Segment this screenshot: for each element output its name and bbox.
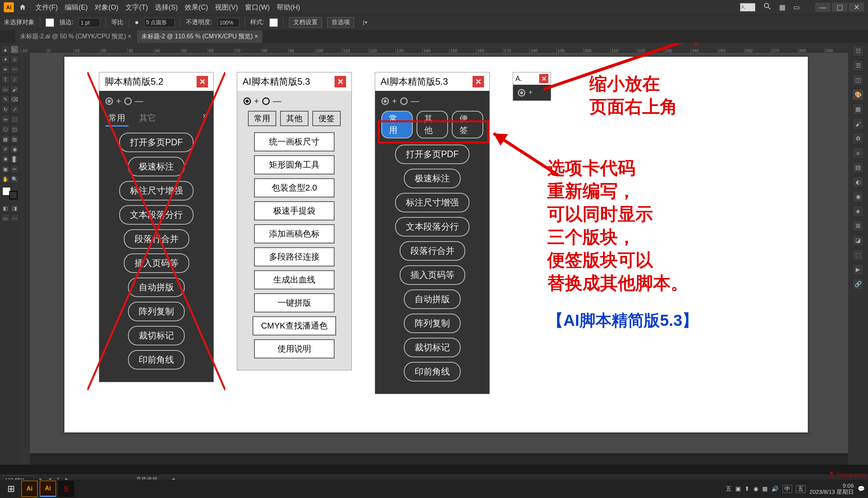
close-icon[interactable]: × [254, 33, 258, 39]
top-mini-panel[interactable]: A. [740, 3, 755, 12]
paintbrush-tool[interactable]: 🖌 [10, 85, 19, 94]
preferences-button[interactable]: 首选项 [327, 17, 354, 28]
curvature-tool[interactable]: 〰 [10, 65, 19, 74]
btn-multi-path[interactable]: 多段路径连接 [254, 247, 335, 266]
properties-panel-icon[interactable]: ☷ [852, 45, 864, 57]
slice-tool[interactable]: ✂ [10, 165, 19, 173]
btn-corner-lines[interactable]: 印前角线 [404, 362, 461, 381]
artboard-tool[interactable]: ▣ [1, 165, 10, 173]
scale-tool[interactable]: ⤢ [10, 105, 19, 113]
radio-unchecked-icon[interactable] [124, 97, 132, 105]
color-mode[interactable]: ◧ [1, 204, 10, 212]
layers-panel-icon[interactable]: ☰ [852, 60, 864, 71]
menu-object[interactable]: 对象(O) [95, 3, 118, 12]
lasso-tool[interactable]: ⊂ [10, 55, 19, 64]
btn-color-bar[interactable]: 添加画稿色标 [254, 224, 335, 243]
gradient-tool[interactable]: ▤ [10, 135, 19, 143]
btn-one-click-impose[interactable]: 一键拼版 [254, 293, 335, 312]
swatches-panel-icon[interactable]: ▦ [852, 104, 864, 115]
chevron-right-icon[interactable]: » [203, 111, 207, 127]
perspective-tool[interactable]: ◫ [10, 125, 19, 133]
btn-crop-marks[interactable]: 裁切标记 [128, 326, 185, 345]
taskbar-illustrator-1[interactable]: Ai [21, 481, 38, 497]
btn-bleed-line[interactable]: 生成出血线 [254, 270, 335, 289]
btn-usage[interactable]: 使用说明 [254, 339, 335, 358]
width-tool[interactable]: ⇔ [1, 115, 10, 123]
transform-panel-icon[interactable]: ⬚ [852, 249, 864, 261]
radio-unchecked-icon[interactable] [400, 97, 408, 105]
btn-round-rect[interactable]: 矩形圆角工具 [254, 155, 335, 174]
start-button[interactable]: ⊞ [3, 481, 19, 497]
menu-view[interactable]: 视图(V) [215, 3, 238, 12]
appearance-panel-icon[interactable]: ◉ [852, 191, 864, 202]
libraries-panel-icon[interactable]: ◫ [852, 74, 864, 86]
doc-setup-button[interactable]: 文档设置 [289, 17, 322, 28]
stroke-panel-icon[interactable]: ≡ [852, 147, 864, 159]
style-swatch[interactable] [269, 18, 278, 27]
close-button[interactable]: ✕ [335, 76, 346, 87]
actions-panel-icon[interactable]: ▶ [852, 264, 864, 275]
gradient-panel-icon[interactable]: ▤ [852, 162, 864, 173]
tab-common[interactable]: 常用 [105, 111, 128, 127]
line-tool[interactable]: / [10, 75, 19, 84]
close-button[interactable]: ✕ [197, 76, 208, 87]
doc-tab-0[interactable]: 未标题-2.ai @ 50 % (CMYK/CPU 预览) × [15, 30, 136, 43]
taskbar-app-3[interactable]: S [58, 481, 74, 497]
menu-select[interactable]: 选择(S) [155, 3, 178, 12]
btn-text-split[interactable]: 文本段落分行 [395, 217, 469, 237]
graphic-styles-panel-icon[interactable]: ◈ [852, 205, 864, 217]
symbols-panel-icon[interactable]: ✿ [852, 133, 864, 144]
menu-type[interactable]: 文字(T) [125, 3, 148, 12]
btn-fast-annotate[interactable]: 极速标注 [404, 169, 461, 188]
btn-open-pdf[interactable]: 打开多页PDF [119, 133, 194, 152]
shape-builder-tool[interactable]: ⬡ [1, 125, 10, 133]
brush-input[interactable] [144, 18, 175, 27]
btn-cmyk-pantone[interactable]: CMYK查找潘通色 [253, 316, 336, 335]
uniform-label[interactable]: 等比 [111, 18, 123, 26]
tab-notes[interactable]: 便签 [312, 111, 341, 126]
radio-checked-icon[interactable] [105, 97, 113, 105]
brushes-panel-icon[interactable]: 🖌 [852, 118, 864, 130]
btn-page-number[interactable]: 插入页码等 [400, 265, 465, 285]
blend-tool[interactable]: ◉ [10, 145, 19, 153]
radio-checked-icon[interactable] [518, 89, 525, 97]
close-button[interactable]: ✕ [473, 76, 484, 87]
pathfinder-panel-icon[interactable]: ◪ [852, 235, 864, 246]
menu-effect[interactable]: 效果(C) [185, 3, 208, 12]
home-icon[interactable] [18, 2, 28, 12]
symbol-sprayer-tool[interactable]: ✱ [1, 155, 10, 163]
fill-stroke-swatch[interactable] [2, 187, 18, 199]
btn-corner-lines[interactable]: 印前角线 [128, 350, 185, 370]
rotate-tool[interactable]: ↻ [1, 105, 10, 113]
graph-tool[interactable]: ▊ [10, 155, 19, 163]
workspace-switcher-icon[interactable]: ▭ [793, 3, 800, 12]
tray-volume-icon[interactable]: 🔊 [771, 485, 779, 492]
menu-file[interactable]: 文件(F) [35, 3, 58, 12]
magic-wand-tool[interactable]: ✦ [1, 55, 10, 64]
tray-icon[interactable]: ◉ [753, 485, 758, 492]
btn-para-merge[interactable]: 段落行合并 [124, 229, 189, 249]
btn-box-template[interactable]: 包装盒型2.0 [254, 178, 335, 197]
stroke-weight-input[interactable] [79, 18, 100, 27]
btn-auto-impose[interactable]: 自动拼版 [404, 289, 461, 309]
color-panel-icon[interactable]: 🎨 [852, 89, 864, 100]
btn-page-number[interactable]: 插入页码等 [124, 253, 189, 273]
eyedropper-tool[interactable]: ✐ [1, 145, 10, 153]
btn-auto-impose[interactable]: 自动拼版 [128, 278, 185, 297]
tray-icon[interactable]: ▦ [762, 485, 768, 492]
btn-dim-enhance[interactable]: 标注尺寸增强 [119, 181, 194, 201]
radio-unchecked-icon[interactable] [262, 97, 270, 105]
menu-edit[interactable]: 编辑(E) [65, 3, 88, 12]
fill-swatch[interactable] [46, 18, 54, 27]
btn-dim-enhance[interactable]: 标注尺寸增强 [395, 193, 469, 212]
align-panel-icon[interactable]: ⊞ [852, 220, 864, 232]
btn-array-copy[interactable]: 阵列复制 [404, 314, 461, 333]
close-button[interactable]: ✕ [539, 74, 548, 83]
taskbar-clock[interactable]: 9:06 2023/8/13 星期日 [809, 483, 854, 495]
selection-tool[interactable]: ▲ [1, 45, 10, 54]
notifications-icon[interactable]: 💬 [858, 485, 865, 492]
tray-lang-icon[interactable]: 五 [796, 485, 806, 493]
edit-toolbar[interactable]: ⋯ [10, 214, 19, 222]
align-icon[interactable]: ⟟▾ [363, 19, 368, 26]
transparency-panel-icon[interactable]: ◐ [852, 176, 864, 188]
